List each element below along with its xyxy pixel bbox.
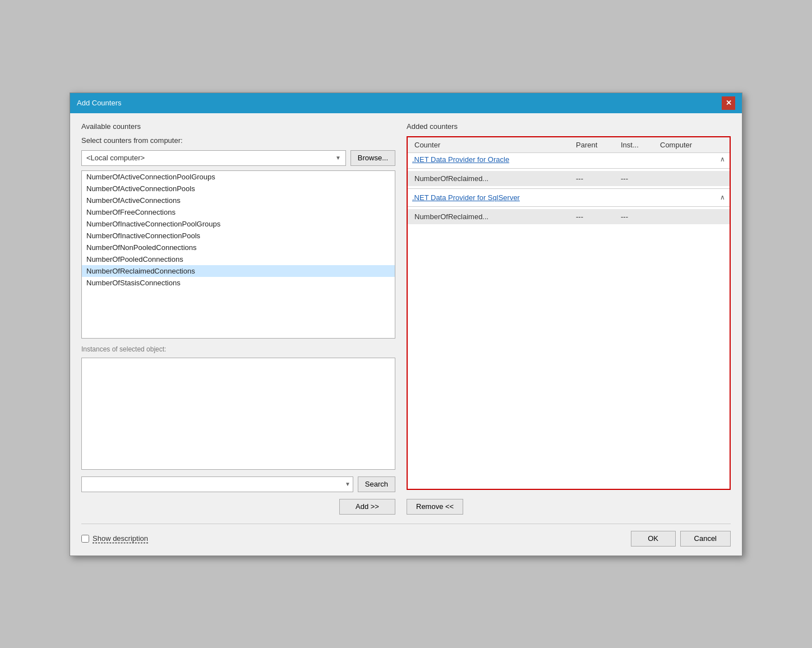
list-item[interactable]: NumberOfReclaimedConnections [82,265,395,277]
search-input-container: ▼ [81,476,353,492]
group-separator [408,188,730,189]
list-item[interactable]: NumberOfActiveConnections [82,195,395,206]
remove-button[interactable]: Remove << [407,499,463,515]
header-counter: Counter [412,140,574,150]
show-description-checkbox-label[interactable]: Show description [81,534,148,543]
add-row: Add >> [81,499,395,515]
computer-row: <Local computer> ▼ Browse... [81,150,395,166]
list-item[interactable]: NumberOfNonPooledConnections [82,242,395,253]
header-parent: Parent [574,140,619,150]
table-row[interactable]: NumberOfReclaimed...------ [408,209,730,224]
table-cell-inst: --- [619,211,658,222]
group-name: .NET Data Provider for Oracle [412,155,574,164]
computer-dropdown[interactable]: <Local computer> ▼ [81,150,346,166]
table-cell-inst: --- [619,173,658,184]
dialog-title: Add Counters [77,99,122,107]
table-cell-computer [658,211,725,222]
instances-box [81,358,395,470]
table-group-header[interactable]: .NET Data Provider for Oracle∧ [408,153,730,166]
dropdown-arrow-icon: ▼ [335,155,341,161]
search-row: ▼ Search [81,476,395,492]
available-counters-label: Available counters [81,122,395,131]
close-button[interactable]: ✕ [722,96,735,110]
list-item[interactable]: NumberOfPooledConnections [82,253,395,265]
list-item[interactable]: NumberOfStasisConnections [82,277,395,289]
group-separator [408,206,730,207]
search-button[interactable]: Search [358,476,395,492]
search-dropdown-arrow-icon: ▼ [345,481,350,487]
counters-list[interactable]: NumberOfActiveConnectionPoolGroupsNumber… [81,170,395,339]
list-item[interactable]: NumberOfInactiveConnectionPools [82,230,395,242]
header-inst: Inst... [619,140,658,150]
title-bar: Add Counters ✕ [70,93,742,113]
table-cell-counter: NumberOfReclaimed... [412,173,574,184]
table-cell-counter: NumberOfReclaimed... [412,211,574,222]
right-panel: Added counters Counter Parent Inst... Co… [407,122,731,515]
table-cell-parent: --- [574,211,619,222]
collapse-icon[interactable]: ∧ [720,193,725,202]
table-body: .NET Data Provider for Oracle∧NumberOfRe… [408,153,730,224]
list-item[interactable]: NumberOfFreeConnections [82,206,395,218]
search-input[interactable] [84,480,345,488]
list-item[interactable]: NumberOfInactiveConnectionPoolGroups [82,218,395,230]
left-panel: Available counters Select counters from … [81,122,395,515]
show-description-checkbox[interactable] [81,535,89,543]
table-group-header[interactable]: .NET Data Provider for SqlServer∧ [408,191,730,204]
footer-buttons: OK Cancel [631,531,731,547]
add-button[interactable]: Add >> [339,499,395,515]
cancel-button[interactable]: Cancel [680,531,731,547]
group-name: .NET Data Provider for SqlServer [412,193,574,202]
remove-row: Remove << [407,499,731,515]
dialog-content: Available counters Select counters from … [70,113,742,524]
added-counters-table: Counter Parent Inst... Computer .NET Dat… [407,136,731,490]
table-header: Counter Parent Inst... Computer [408,137,730,153]
add-counters-dialog: Add Counters ✕ Available counters Select… [70,92,742,556]
header-computer: Computer [658,140,725,150]
list-item[interactable]: NumberOfActiveConnectionPools [82,183,395,195]
instances-label: Instances of selected object: [81,345,395,353]
table-row[interactable]: NumberOfReclaimed...------ [408,171,730,186]
ok-button[interactable]: OK [631,531,676,547]
show-description-label: Show description [93,534,148,543]
list-item[interactable]: NumberOfActiveConnectionPoolGroups [82,171,395,183]
table-cell-computer [658,173,725,184]
table-cell-parent: --- [574,173,619,184]
dialog-footer: Show description OK Cancel [70,524,742,556]
collapse-icon[interactable]: ∧ [720,155,725,164]
computer-select-label: Select counters from computer: [81,136,395,145]
computer-value: <Local computer> [86,154,145,162]
group-separator [408,168,730,169]
added-counters-label: Added counters [407,122,731,131]
browse-button[interactable]: Browse... [350,150,395,166]
